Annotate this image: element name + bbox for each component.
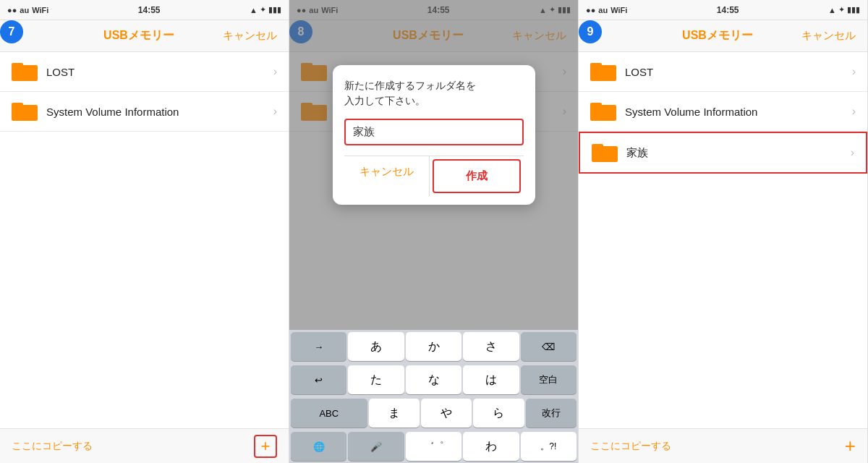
file-list-3: LOST › System Volume Information › 家族	[579, 52, 867, 428]
nav-title-3: USBメモリー	[682, 28, 753, 43]
add-button-1[interactable]: +	[254, 435, 277, 458]
kb-key-na[interactable]: な	[406, 365, 461, 394]
new-folder-item[interactable]: 家族 ›	[579, 132, 867, 174]
panel-8: 8 ●● au WiFi 14:55 ▲ ✦ ▮▮▮ USBメモリー キャンセル…	[289, 0, 579, 463]
status-icons-1: ▲ ✦ ▮▮▮	[250, 5, 281, 14]
nav-title-1: USBメモリー	[103, 28, 174, 43]
panel-9: 9 ●● au WiFi 14:55 ▲ ✦ ▮▮▮ USBメモリー キャンセル…	[579, 0, 868, 463]
kb-key-space[interactable]: 空白	[521, 365, 576, 394]
file-name: System Volume Information	[625, 106, 852, 118]
kb-key-ha[interactable]: は	[463, 365, 519, 394]
nav-cancel-3[interactable]: キャンセル	[801, 29, 856, 43]
time-1: 14:55	[138, 5, 161, 15]
nav-bar-3: USBメモリー キャンセル	[579, 20, 867, 52]
carrier-3: ●● au WiFi	[586, 6, 627, 14]
kb-key-sa[interactable]: さ	[463, 332, 519, 361]
svg-rect-9	[590, 63, 602, 67]
chevron-icon: ›	[852, 105, 856, 118]
svg-rect-2	[12, 105, 38, 121]
svg-rect-12	[592, 146, 618, 162]
nav-bar-1: USBメモリー キャンセル	[0, 20, 289, 52]
step-badge-9: 9	[579, 20, 602, 43]
svg-rect-3	[12, 103, 23, 107]
kb-key-globe[interactable]: 🌐	[291, 432, 346, 461]
time-3: 14:55	[717, 5, 739, 15]
dialog-message: 新たに作成するフォルダ名を入力して下さい。	[344, 78, 524, 109]
kb-key-ka[interactable]: か	[406, 332, 461, 361]
list-item[interactable]: System Volume Information ›	[579, 92, 867, 132]
file-name: LOST	[46, 66, 273, 78]
svg-rect-11	[590, 103, 602, 107]
svg-rect-8	[590, 65, 616, 81]
file-name: System Volume Information	[46, 106, 273, 118]
folder-icon	[12, 101, 38, 122]
kb-key-wa[interactable]: わ	[463, 432, 519, 461]
nav-cancel-1[interactable]: キャンセル	[223, 29, 277, 43]
kb-key-ma[interactable]: ま	[369, 399, 420, 428]
add-button-3[interactable]: +	[845, 435, 856, 457]
list-item[interactable]: System Volume Information ›	[0, 92, 289, 132]
file-name: 家族	[626, 146, 851, 160]
list-item[interactable]: LOST ›	[0, 52, 289, 92]
step-badge-7: 7	[0, 20, 23, 43]
svg-rect-13	[592, 144, 603, 148]
folder-icon	[590, 101, 616, 122]
folder-icon	[590, 61, 616, 82]
keyboard-row-1: → あ か さ ⌫	[289, 330, 578, 363]
kb-key-ra[interactable]: ら	[473, 399, 524, 428]
keyboard-row-4: 🌐 🎤 ゛゜ わ 。?!	[289, 430, 578, 463]
kb-key-delete[interactable]: ⌫	[521, 332, 576, 361]
folder-name-input[interactable]	[344, 119, 524, 145]
bottom-bar-3: ここにコピーする +	[579, 428, 867, 463]
japanese-keyboard: → あ か さ ⌫ ↩ た な は 空白 ABC ま や ら 改行 🌐 🎤 ゛゜…	[289, 330, 578, 463]
keyboard-row-3: ABC ま や ら 改行	[289, 396, 578, 430]
status-bar-1: ●● au WiFi 14:55 ▲ ✦ ▮▮▮	[0, 0, 289, 20]
kb-key-ta[interactable]: た	[348, 365, 404, 394]
svg-rect-1	[12, 63, 23, 67]
folder-icon	[592, 142, 618, 163]
status-icons-3: ▲ ✦ ▮▮▮	[828, 5, 860, 14]
file-name: LOST	[625, 66, 852, 78]
kb-key-dakuten[interactable]: ゛゜	[406, 432, 461, 461]
create-folder-dialog: 新たに作成するフォルダ名を入力して下さい。 キャンセル 作成	[333, 65, 535, 205]
kb-key-enter[interactable]: 改行	[526, 399, 576, 428]
file-list-1: LOST › System Volume Information ›	[0, 52, 289, 428]
chevron-icon: ›	[273, 65, 277, 78]
copy-here-label-1[interactable]: ここにコピーする	[12, 440, 93, 453]
chevron-icon: ›	[851, 146, 854, 159]
carrier-1: ●● au WiFi	[7, 6, 48, 14]
kb-key-return[interactable]: ↩	[291, 365, 346, 394]
dialog-create-button[interactable]: 作成	[433, 159, 521, 193]
list-item[interactable]: LOST ›	[579, 52, 867, 92]
folder-icon	[12, 61, 38, 82]
chevron-icon: ›	[852, 65, 856, 78]
kb-key-a[interactable]: あ	[348, 332, 404, 361]
kb-key-punct[interactable]: 。?!	[521, 432, 576, 461]
kb-key-abc[interactable]: ABC	[291, 399, 367, 428]
svg-rect-10	[590, 105, 616, 121]
dialog-cancel-button[interactable]: キャンセル	[344, 156, 430, 196]
kb-key-mic[interactable]: 🎤	[348, 432, 404, 461]
kb-key-ya[interactable]: や	[421, 399, 472, 428]
keyboard-row-2: ↩ た な は 空白	[289, 363, 578, 396]
panel-7: 7 ●● au WiFi 14:55 ▲ ✦ ▮▮▮ USBメモリー キャンセル…	[0, 0, 289, 463]
dialog-body: 新たに作成するフォルダ名を入力して下さい。 キャンセル 作成	[333, 65, 535, 205]
kb-key-arrow[interactable]: →	[291, 332, 346, 361]
copy-here-label-3[interactable]: ここにコピーする	[590, 440, 671, 453]
status-bar-3: ●● au WiFi 14:55 ▲ ✦ ▮▮▮	[579, 0, 867, 20]
svg-rect-0	[12, 65, 38, 81]
dialog-actions: キャンセル 作成	[344, 156, 524, 196]
chevron-icon: ›	[273, 105, 277, 118]
bottom-bar-1: ここにコピーする +	[0, 428, 289, 463]
